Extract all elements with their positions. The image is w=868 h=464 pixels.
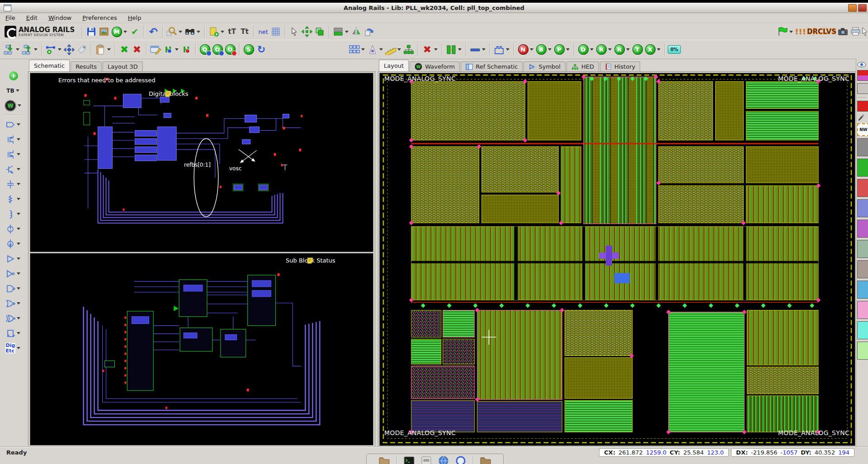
add-note-button[interactable] [208,25,220,38]
paste-button[interactable] [94,43,107,56]
align-columns-dropdown[interactable] [458,48,462,51]
tab-layout-3d[interactable]: Layout 3D [103,61,143,71]
menu-help[interactable]: Help [123,14,147,22]
layers-dropdown[interactable] [345,31,349,33]
layer-swatch[interactable] [857,240,868,258]
layer-swatch[interactable] [857,301,868,319]
image-view-button[interactable] [98,25,110,38]
r-layer-button[interactable]: R [595,43,608,56]
add-note-dropdown[interactable] [221,31,224,33]
layer-swatch[interactable] [857,281,868,299]
flag-button[interactable] [776,25,789,38]
search-button[interactable] [184,25,196,38]
measure-mode-dropdown[interactable] [123,31,127,33]
sidebar-item-testbench[interactable]: TB [6,84,20,98]
dock-search-icon[interactable] [455,455,467,464]
zoom-level-button[interactable]: 0% [668,43,681,56]
accept-button[interactable]: ✖ [118,43,131,56]
o-mode-2-button[interactable]: O [224,43,236,56]
copy-tool-button[interactable] [313,25,326,38]
descend-hierarchy-button[interactable] [3,43,15,56]
rotate-button[interactable] [363,25,375,38]
add-wire-dropdown[interactable] [58,48,61,51]
dock-terminal-icon[interactable] [403,455,415,464]
array-place-dropdown[interactable] [361,48,365,51]
close-button[interactable] [858,4,867,12]
sidebar-item-xnor[interactable] [5,311,22,325]
sidebar-item-dig-etc[interactable]: DigEtc [5,341,22,355]
hier-open-dropdown[interactable] [175,48,179,51]
layer-swatch[interactable] [857,321,868,339]
layout-canvas[interactable]: MODE_ANALOG_SYNC MODE_ANALOG_SYNC MODE_A… [379,73,855,446]
r2-layer-button[interactable]: R [613,43,626,56]
p-layer-dropdown[interactable] [566,48,570,51]
layer-swatch[interactable] [857,260,868,278]
sidebar-item-isource[interactable] [5,237,22,251]
move-blue-button[interactable] [63,43,75,56]
sidebar-item-buffer[interactable] [5,252,22,266]
select-cursor-button[interactable] [288,25,301,38]
reject-button[interactable]: ✖ [131,43,143,56]
sidebar-item-inductor[interactable] [5,207,22,221]
array-place-button[interactable] [348,43,361,56]
save-button[interactable] [85,25,98,38]
add-wire-button[interactable] [45,43,57,56]
schematic-canvas-bottom[interactable]: Sub Block Status [30,253,373,445]
edit-properties-button[interactable] [149,43,162,56]
dash-tool-button[interactable] [469,43,481,56]
cone-tool-button[interactable] [366,43,379,56]
r2-layer-dropdown[interactable] [626,48,630,51]
layer-swatch[interactable] [857,220,868,238]
tab-ref-schematic[interactable]: Ref Schematic [461,61,523,71]
dock-folder-icon[interactable] [378,455,390,464]
q-mode-button[interactable]: Q [198,43,211,56]
b-layer-dropdown[interactable] [548,48,552,51]
hierarchy-tree-button[interactable] [402,43,415,56]
menu-window[interactable]: Window [43,14,77,22]
x-layer-button[interactable]: X [644,43,656,56]
layer-swatch[interactable] [857,179,868,197]
n-layer-button[interactable]: N [517,43,529,56]
fab-view-dropdown[interactable] [506,48,509,51]
paste-dropdown[interactable] [107,48,111,51]
sync-button[interactable]: ↻ [255,43,268,56]
ruler-button[interactable] [384,43,397,56]
d-layer-dropdown[interactable] [590,48,594,51]
tab-hed[interactable]: HED [566,61,599,71]
errors-button[interactable]: !!! [794,25,807,38]
descend-dropdown[interactable] [16,48,19,51]
layer-swatch[interactable] [857,342,868,360]
sidebar-item-bjt[interactable] [5,162,22,176]
layer-swatch[interactable] [857,199,868,217]
sidebar-item-nor[interactable] [5,296,22,310]
sidebar-item-capacitor[interactable] [5,177,22,191]
sidebar-item-flipflop[interactable] [5,326,22,340]
fab-view-button[interactable] [493,43,505,56]
sidebar-item-nmos[interactable] [5,147,22,161]
layer-swatch-dual[interactable] [857,70,868,81]
undo-button[interactable]: ↶ [147,25,160,38]
hier-close-button[interactable]: H [180,43,193,56]
dock-file-manager-icon[interactable] [420,455,432,464]
check-button[interactable]: ✔ [128,25,141,38]
move-tool-button[interactable] [301,25,313,38]
selected-layer-swatch[interactable]: NW [857,123,868,136]
add-component-button[interactable]: + [9,69,18,83]
menu-edit[interactable]: Edit [21,14,43,22]
flag-dropdown[interactable] [789,31,793,33]
o-mode-button[interactable]: O [211,43,224,56]
sidebar-item-port[interactable] [5,117,22,131]
lvs-button[interactable]: LVS [823,25,836,38]
zoom-select-button[interactable] [165,25,178,38]
text-smaller-button[interactable]: tT [226,25,238,38]
tab-symbol[interactable]: Symbol [524,61,565,71]
error-note[interactable]: Errors that need to be addressed [58,77,156,84]
layer-swatch[interactable] [857,159,868,177]
title-bar[interactable]: Analog Rails - Lib: PLL_wk2034, Cell: pl… [0,3,868,13]
grid-toggle-button[interactable] [269,25,282,38]
snapshot-button[interactable] [836,25,849,38]
cone-tool-dropdown[interactable] [379,48,383,51]
sidebar-item-vsource[interactable] [5,222,22,236]
ascend-hierarchy-button[interactable] [21,43,33,56]
d-layer-button[interactable]: D [577,43,590,56]
